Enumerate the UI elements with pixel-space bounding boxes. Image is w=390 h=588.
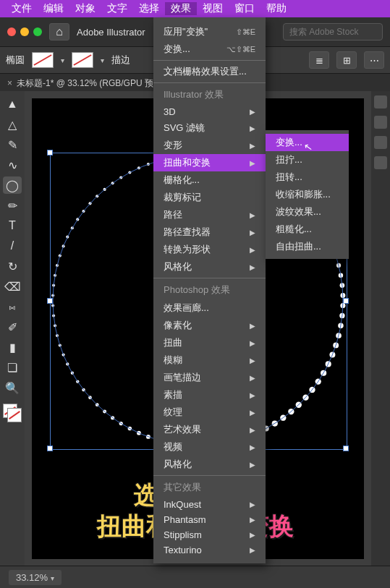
- fill-swatch[interactable]: [32, 52, 54, 68]
- submenu-arrow-icon: ▶: [250, 211, 255, 219]
- shape-name-label: 椭圆: [6, 54, 25, 67]
- menu-item-选择[interactable]: 选择: [133, 2, 165, 15]
- submenu-arrow-icon: ▶: [250, 500, 255, 508]
- submenu-arrow-icon: ▶: [250, 516, 255, 524]
- menu-item[interactable]: 视频▶: [153, 438, 266, 456]
- blend-tool[interactable]: ❏: [3, 359, 22, 376]
- submenu-arrow-icon: ▶: [250, 142, 255, 150]
- submenu-item[interactable]: 收缩和膨胀...: [266, 186, 349, 203]
- gradient-tool[interactable]: ▮: [3, 338, 22, 356]
- zoom-selector[interactable]: 33.12% ▾: [9, 570, 62, 585]
- submenu-item[interactable]: 扭转...: [266, 169, 349, 186]
- width-tool[interactable]: ⨝: [3, 298, 22, 315]
- menu-item[interactable]: 风格化▶: [153, 258, 266, 276]
- menu-item[interactable]: Phantasm▶: [153, 512, 266, 527]
- submenu-arrow-icon: ▶: [250, 263, 255, 271]
- menu-item[interactable]: InkQuest▶: [153, 497, 266, 512]
- menu-item[interactable]: Texturino▶: [153, 542, 266, 558]
- submenu-arrow-icon: ▶: [250, 159, 255, 167]
- stock-search-input[interactable]: [283, 23, 383, 41]
- home-icon[interactable]: ⌂: [49, 23, 69, 41]
- menu-item-效果[interactable]: 效果: [165, 2, 197, 15]
- menu-item[interactable]: 变换...⌥⇧⌘E: [153, 41, 266, 58]
- align-icon[interactable]: ≣: [309, 51, 329, 69]
- submenu-arrow-icon: ▶: [250, 246, 255, 254]
- transform-icon[interactable]: ⊞: [336, 51, 357, 69]
- menu-item[interactable]: Stipplism▶: [153, 527, 266, 542]
- menu-item[interactable]: 3D▶: [153, 104, 266, 119]
- menu-item[interactable]: 扭曲▶: [153, 334, 266, 351]
- submenu-arrow-icon: ▶: [250, 546, 255, 554]
- chevron-down-icon[interactable]: ▾: [61, 56, 64, 64]
- menu-item[interactable]: 艺术效果▶: [153, 421, 266, 438]
- menu-item-窗口[interactable]: 窗口: [229, 2, 260, 15]
- more-options-icon[interactable]: ⋯: [364, 51, 384, 69]
- submenu-item[interactable]: 自由扭曲...: [266, 238, 349, 255]
- panel-icon[interactable]: [374, 116, 387, 129]
- menu-item[interactable]: 文档栅格效果设置...: [153, 63, 266, 80]
- submenu-item[interactable]: 扭拧...: [266, 151, 349, 169]
- menu-item[interactable]: 裁剪标记: [153, 189, 266, 206]
- menu-item[interactable]: 路径查找器▶: [153, 223, 266, 241]
- submenu-arrow-icon: ▶: [250, 443, 255, 451]
- submenu-item[interactable]: 波纹效果...: [266, 203, 349, 221]
- menu-item-对象[interactable]: 对象: [69, 2, 101, 15]
- menu-item[interactable]: 风格化▶: [153, 456, 266, 473]
- menu-header: Illustrator 效果: [153, 85, 266, 104]
- menu-item[interactable]: 效果画廊...: [153, 299, 266, 317]
- pen-tool[interactable]: ✎: [3, 136, 22, 153]
- minimize-window-button[interactable]: [20, 27, 29, 36]
- menu-item[interactable]: 画笔描边▶: [153, 369, 266, 386]
- menu-item[interactable]: 转换为形状▶: [153, 241, 266, 258]
- zoom-tool[interactable]: 🔍: [3, 379, 22, 396]
- stroke-swatch[interactable]: [72, 52, 93, 68]
- curvature-tool[interactable]: ∿: [3, 156, 22, 174]
- menu-item[interactable]: SVG 滤镜▶: [153, 119, 266, 137]
- menu-item[interactable]: 纹理▶: [153, 404, 266, 421]
- submenu-arrow-icon: ▶: [250, 426, 255, 434]
- close-window-button[interactable]: [7, 27, 16, 36]
- eyedropper-tool[interactable]: ✐: [3, 318, 22, 336]
- menu-item[interactable]: 扭曲和变换▶: [153, 154, 266, 171]
- panel-icon[interactable]: [374, 95, 387, 108]
- submenu-arrow-icon: ▶: [250, 357, 255, 365]
- menu-item[interactable]: 栅格化...: [153, 171, 266, 189]
- menu-item[interactable]: 模糊▶: [153, 351, 266, 369]
- panel-icon[interactable]: [374, 136, 387, 149]
- menu-item[interactable]: 素描▶: [153, 386, 266, 404]
- menu-item-文件[interactable]: 文件: [6, 2, 38, 15]
- fill-stroke-swatch[interactable]: [3, 404, 22, 422]
- ellipse-tool[interactable]: ◯: [3, 176, 22, 194]
- eraser-tool[interactable]: ⌫: [3, 278, 22, 295]
- menu-header: Photoshop 效果: [153, 281, 266, 299]
- document-tab-label: 未标题-1* @ 33.12% (RGB/GPU 预): [17, 77, 156, 90]
- menu-item[interactable]: 路径▶: [153, 206, 266, 223]
- rotate-tool[interactable]: ↻: [3, 257, 22, 275]
- submenu-arrow-icon: ▶: [250, 391, 255, 399]
- menubar: 文件编辑对象文字选择效果视图窗口帮助: [0, 0, 390, 17]
- direct-selection-tool[interactable]: △: [3, 116, 22, 133]
- menu-header: 其它效果: [153, 478, 266, 497]
- menu-item[interactable]: 变形▶: [153, 137, 266, 154]
- submenu-arrow-icon: ▶: [250, 124, 255, 132]
- type-tool[interactable]: T: [3, 217, 22, 234]
- panel-icon[interactable]: [374, 156, 387, 169]
- maximize-window-button[interactable]: [33, 27, 42, 36]
- submenu-arrow-icon: ▶: [250, 229, 255, 237]
- menu-item-帮助[interactable]: 帮助: [260, 2, 292, 15]
- app-title: Adobe Illustrator: [77, 27, 145, 38]
- line-tool[interactable]: /: [3, 237, 22, 255]
- menu-item-文字[interactable]: 文字: [101, 2, 133, 15]
- menu-item-编辑[interactable]: 编辑: [38, 2, 69, 15]
- menu-item[interactable]: 应用"变换"⇧⌘E: [153, 23, 266, 41]
- brush-tool[interactable]: ✏: [3, 197, 22, 214]
- submenu-item[interactable]: 粗糙化...: [266, 221, 349, 238]
- menu-item[interactable]: 像素化▶: [153, 317, 266, 334]
- menu-item-视图[interactable]: 视图: [197, 2, 229, 15]
- selection-tool[interactable]: ▲: [3, 95, 22, 113]
- cursor-icon: ↖: [303, 140, 314, 153]
- close-tab-icon[interactable]: ×: [7, 78, 12, 88]
- submenu-arrow-icon: ▶: [250, 108, 255, 116]
- submenu-arrow-icon: ▶: [250, 531, 255, 539]
- chevron-down-icon[interactable]: ▾: [101, 56, 104, 64]
